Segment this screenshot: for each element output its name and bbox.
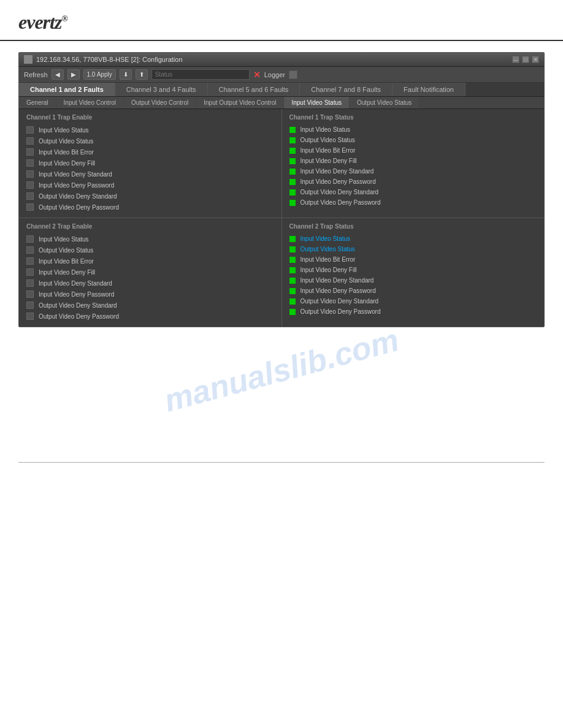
ch2-status-indicator-2 <box>289 246 296 252</box>
ch2-status-label-1: Input Video Status <box>301 235 351 242</box>
list-item: Input Video Deny Fill <box>289 265 537 275</box>
close-button[interactable]: ✕ <box>532 56 539 63</box>
title-bar-left: 192.168.34.56, 7708VB-8-HSE [2]: Configu… <box>24 55 183 64</box>
tab-ch78-faults[interactable]: Channel 7 and 8 Faults <box>300 83 393 96</box>
tab-row-1: Channel 1 and 2 Faults Channel 3 and 4 F… <box>19 83 544 97</box>
ch1-status-indicator-2 <box>289 137 296 143</box>
list-item: Input Video Bit Error <box>26 256 274 267</box>
channel2-trap-status: Channel 2 Trap Status Input Video Status… <box>282 218 545 327</box>
logger-label: Logger <box>264 71 285 78</box>
list-item: Input Video Bit Error <box>289 254 537 265</box>
tab-input-video-control[interactable]: Input Video Control <box>56 97 124 108</box>
ch2-status-label-6: Input Video Deny Password <box>301 287 376 294</box>
ch2-enable-label-1: Input Video Status <box>39 236 89 243</box>
ch2-enable-checkbox-1[interactable] <box>26 235 34 243</box>
ch1-enable-checkbox-8[interactable] <box>26 203 34 211</box>
list-item: Input Video Deny Standard <box>26 169 274 180</box>
tab-output-video-control[interactable]: Output Video Control <box>124 97 196 108</box>
ch2-enable-label-7: Output Video Deny Standard <box>39 302 117 309</box>
tab-general[interactable]: General <box>19 97 56 108</box>
minimize-button[interactable]: — <box>512 56 519 63</box>
tab-fault-notification[interactable]: Fault Notification <box>393 83 465 96</box>
list-item: Output Video Status <box>26 245 274 256</box>
ch2-enable-label-5: Input Video Deny Standard <box>39 280 112 287</box>
ch1-status-label-8: Output Video Deny Password <box>301 199 381 206</box>
ch2-enable-checkbox-5[interactable] <box>26 279 34 287</box>
header: evertz® <box>0 0 563 41</box>
download-button[interactable]: ⬇ <box>120 69 132 80</box>
ch2-status-indicator-7 <box>289 298 296 305</box>
ch2-enable-checkbox-2[interactable] <box>26 246 34 254</box>
list-item: Input Video Deny Standard <box>289 275 537 286</box>
content-area: Channel 1 Trap Enable Input Video Status… <box>19 109 544 327</box>
ch1-status-indicator-5 <box>289 169 296 175</box>
list-item: Input Video Deny Fill <box>289 156 537 166</box>
ch2-status-label-2: Output Video Status <box>301 246 355 252</box>
ch1-status-indicator-6 <box>289 179 296 185</box>
ch2-status-title: Channel 2 Trap Status <box>289 223 537 230</box>
ch1-enable-checkbox-5[interactable] <box>26 170 34 178</box>
list-item: Input Video Deny Password <box>26 289 274 300</box>
ch2-enable-checkbox-3[interactable] <box>26 257 34 265</box>
ch2-enable-title: Channel 2 Trap Enable <box>26 223 274 230</box>
list-item: Output Video Deny Password <box>289 306 537 317</box>
ch2-enable-label-6: Input Video Deny Password <box>39 291 114 298</box>
tab-output-video-status[interactable]: Output Video Status <box>350 97 419 108</box>
ch2-status-label-8: Output Video Deny Password <box>301 308 381 315</box>
list-item: Input Video Bit Error <box>26 146 274 157</box>
ch2-enable-label-2: Output Video Status <box>39 247 93 254</box>
logo-text: evertz <box>18 11 61 33</box>
ch1-enable-label-3: Input Video Bit Error <box>39 149 94 156</box>
list-item: Output Video Deny Password <box>26 202 274 213</box>
ch1-status-label-1: Input Video Status <box>301 126 351 133</box>
logger-indicator <box>289 70 297 79</box>
list-item: Input Video Status <box>289 233 537 244</box>
apply-button[interactable]: 1.0 Apply <box>83 69 116 80</box>
list-item: Input Video Deny Standard <box>26 278 274 289</box>
ch1-enable-checkbox-7[interactable] <box>26 192 34 200</box>
ch1-enable-label-6: Input Video Deny Password <box>39 182 114 189</box>
ch1-enable-label-4: Input Video Deny Fill <box>39 160 95 167</box>
ch2-status-indicator-3 <box>289 257 296 263</box>
ch2-enable-checkbox-8[interactable] <box>26 313 34 320</box>
window-controls[interactable]: — □ ✕ <box>512 56 539 63</box>
bottom-divider <box>18 462 545 463</box>
tab-input-output-video-control[interactable]: Input Output Video Control <box>196 97 284 108</box>
ch1-status-title: Channel 1 Trap Status <box>289 114 537 121</box>
ch1-enable-checkbox-3[interactable] <box>26 148 34 156</box>
maximize-button[interactable]: □ <box>522 56 529 63</box>
watermark-area: manualslib.com <box>0 327 563 450</box>
ch1-enable-checkbox-1[interactable] <box>26 126 34 134</box>
channel2-trap-enable: Channel 2 Trap Enable Input Video Status… <box>19 218 282 327</box>
ch2-status-label-7: Output Video Deny Standard <box>301 298 379 305</box>
tab-ch56-faults[interactable]: Channel 5 and 6 Faults <box>208 83 301 96</box>
ch2-enable-checkbox-4[interactable] <box>26 268 34 276</box>
ch1-enable-checkbox-6[interactable] <box>26 181 34 189</box>
status-input[interactable] <box>151 69 250 80</box>
channel1-section: Channel 1 Trap Enable Input Video Status… <box>19 109 544 218</box>
ch1-status-label-5: Input Video Deny Standard <box>301 168 374 175</box>
ch1-enable-checkbox-2[interactable] <box>26 137 34 145</box>
ch1-status-indicator-7 <box>289 189 296 195</box>
ch2-enable-checkbox-6[interactable] <box>26 290 34 298</box>
ch1-status-indicator-1 <box>289 127 296 133</box>
tab-ch12-faults[interactable]: Channel 1 and 2 Faults <box>19 83 115 96</box>
ch1-status-indicator-3 <box>289 148 296 154</box>
clear-button[interactable]: ✕ <box>253 70 261 80</box>
list-item: Output Video Deny Standard <box>289 187 537 197</box>
tab-input-video-status[interactable]: Input Video Status <box>284 97 350 108</box>
watermark-text: manualslib.com <box>160 321 402 419</box>
title-bar: 192.168.34.56, 7708VB-8-HSE [2]: Configu… <box>19 53 544 67</box>
list-item: Input Video Deny Password <box>289 176 537 187</box>
ch2-status-indicator-8 <box>289 309 296 315</box>
refresh-back-button[interactable]: ◀ <box>52 69 64 80</box>
upload-button[interactable]: ⬆ <box>136 69 148 80</box>
ch1-enable-checkbox-4[interactable] <box>26 159 34 167</box>
list-item: Input Video Status <box>289 124 537 135</box>
list-item: Output Video Deny Standard <box>26 300 274 311</box>
ch1-enable-label-8: Output Video Deny Password <box>39 204 119 211</box>
refresh-forward-button[interactable]: ▶ <box>67 69 80 80</box>
ch2-enable-checkbox-7[interactable] <box>26 301 34 309</box>
list-item: Input Video Status <box>26 124 274 135</box>
tab-ch34-faults[interactable]: Channel 3 and 4 Faults <box>115 83 208 96</box>
